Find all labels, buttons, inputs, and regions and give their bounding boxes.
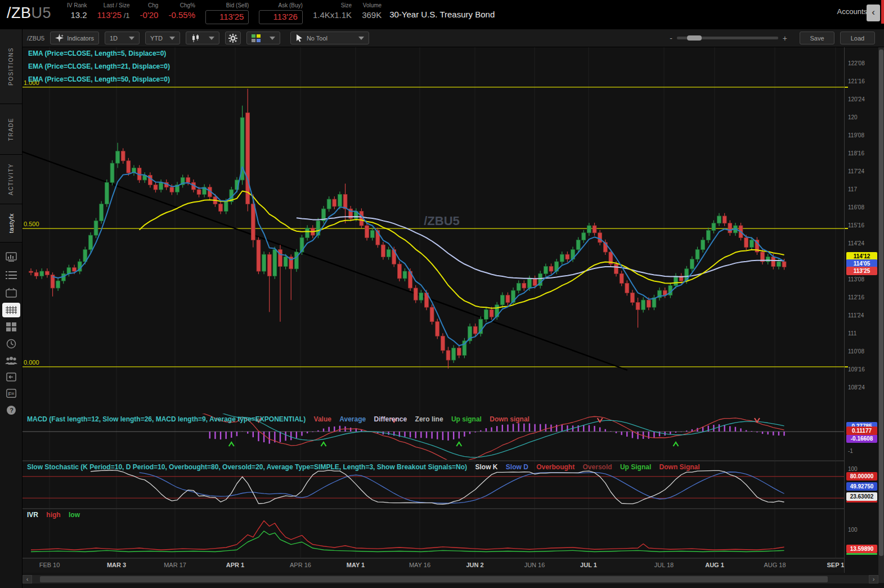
candle-body <box>262 254 266 271</box>
candle-body <box>473 326 477 334</box>
candle-body <box>712 223 716 231</box>
candle-body <box>452 348 456 360</box>
drawing-tool-dropdown[interactable]: No Tool <box>290 32 369 44</box>
candle-body <box>127 161 131 173</box>
fib-tick <box>845 87 848 88</box>
range-dropdown[interactable]: YTD <box>145 32 180 44</box>
ema5-label: EMA (Price=CLOSE, Length=5, Displace=0) <box>28 50 170 57</box>
symbol-block: /ZBU5 <box>0 0 57 22</box>
zoom-in-button[interactable]: + <box>778 34 792 43</box>
date-tick: APR 16 <box>278 562 323 568</box>
macd-panel[interactable]: MACD (Fast length=12, Slow length=26, MA… <box>23 414 844 460</box>
macd-axis-tick: -1 <box>848 448 853 454</box>
candle-body <box>370 231 374 238</box>
ask-button[interactable]: 113'26 <box>259 10 302 24</box>
macd-histogram-bar <box>410 432 411 438</box>
stoch-oversold-strip <box>846 501 877 502</box>
chart-type-dropdown[interactable] <box>186 32 219 44</box>
quote-preview-icon[interactable] <box>2 250 20 264</box>
stoch-k-bubble: 23.63002 <box>846 492 877 501</box>
stoch-legend-down-signal: Down Signal <box>659 463 700 471</box>
macd-histogram-bar <box>740 428 741 432</box>
date-tick: APR 1 <box>213 562 258 568</box>
ema5-line <box>53 167 784 345</box>
date-tick: AUG 1 <box>692 562 737 568</box>
macd-histogram-bar <box>214 432 216 439</box>
candle-body <box>782 262 786 267</box>
video-player-icon[interactable] <box>2 286 20 300</box>
save-button[interactable]: Save <box>800 32 834 44</box>
sidebar-tab-trade[interactable]: TRADE <box>0 104 22 155</box>
scroll-track[interactable] <box>32 575 869 583</box>
macd-histogram-bar <box>675 432 676 433</box>
zoom-slider-thumb[interactable] <box>687 35 702 41</box>
macd-legend-zeroline: Zero line <box>415 415 443 423</box>
history-clock-icon[interactable] <box>2 336 20 351</box>
macd-histogram-bar <box>236 432 237 436</box>
sidebar-tab-positions[interactable]: POSITIONS <box>0 29 22 104</box>
macd-histogram-bar <box>670 432 671 434</box>
collapse-panel-button[interactable]: ‹ <box>867 5 880 21</box>
date-tick: JUL 1 <box>566 562 611 568</box>
load-button[interactable]: Load <box>840 32 875 44</box>
watchlist-icon[interactable] <box>2 268 20 282</box>
help-icon[interactable]: ? <box>2 403 20 418</box>
zoom-control: - + <box>665 34 792 43</box>
candle-body <box>490 309 493 317</box>
candle-body <box>116 151 120 163</box>
macd-histogram-bar <box>735 427 736 432</box>
candle-body <box>56 281 60 288</box>
chevron-down-icon <box>270 37 275 40</box>
macd-legend-average: Average <box>339 415 366 423</box>
zoom-out-button[interactable]: - <box>665 34 677 43</box>
candle-body <box>750 240 753 248</box>
price-axis[interactable]: 114'12 114'05 113'25 0.27785 0.11177 -0.… <box>844 47 878 573</box>
calendar-icon[interactable] <box>2 369 20 384</box>
macd-histogram-bar <box>469 432 470 434</box>
candle-body <box>89 235 93 250</box>
grid-dashboard-icon[interactable] <box>2 320 20 334</box>
sidebar-tab-activity[interactable]: ACTIVITY <box>0 155 22 204</box>
price-tick: 111'24 <box>848 312 864 318</box>
macd-histogram-bar <box>269 432 270 444</box>
layout-grid-dropdown[interactable] <box>246 32 280 44</box>
follow-traders-icon[interactable] <box>2 353 20 368</box>
stochastic-panel[interactable]: Slow Stochastic (K Period=10, D Period=1… <box>23 461 844 508</box>
zoom-slider[interactable] <box>677 37 778 39</box>
macd-histogram-bar <box>328 427 329 432</box>
chart-module: /ZBU5 Indicators 1D YTD No Tool <box>23 29 884 588</box>
bid-button[interactable]: 113'25 <box>205 10 249 24</box>
alert-edge-strip <box>881 0 884 24</box>
scroll-left-button[interactable]: ‹ <box>23 575 32 583</box>
macd-histogram-bar <box>778 432 779 436</box>
vertical-scroll-thumb[interactable] <box>879 50 883 556</box>
indicators-button[interactable]: Indicators <box>50 32 99 44</box>
candle-body <box>766 257 770 262</box>
symbol-expiry: U5 <box>32 5 52 21</box>
candle-body <box>100 204 104 221</box>
chart-tool-icon[interactable] <box>2 303 20 317</box>
chart-settings-button[interactable] <box>225 32 241 44</box>
svg-text:F=: F= <box>8 391 15 397</box>
macd-histogram-bar <box>756 432 757 432</box>
futures-fe-icon[interactable]: F= <box>2 386 20 401</box>
scroll-thumb[interactable] <box>40 576 828 582</box>
candle-body <box>170 187 174 192</box>
sidebar-tab-tastyfx[interactable]: tastyfx <box>0 204 22 243</box>
macd-legend-down-signal: Down signal <box>490 415 529 423</box>
macd-histogram-bar <box>404 432 405 437</box>
macd-histogram-bar <box>459 432 460 438</box>
scroll-right-button[interactable]: › <box>869 575 878 583</box>
ema21-label: EMA (Price=CLOSE, Length=21, Displace=0) <box>28 62 170 70</box>
macd-histogram-bar <box>350 428 351 432</box>
last-price-bubble: 113'25 <box>846 267 877 275</box>
candlestick-type-icon <box>191 34 200 42</box>
horizontal-scrollbar[interactable]: ‹ › <box>23 575 878 583</box>
ivr-panel[interactable]: IVR high low <box>23 509 844 559</box>
candle-body <box>94 221 98 235</box>
price-tick: 112'16 <box>848 294 864 300</box>
timeframe-dropdown[interactable]: 1D <box>105 32 140 44</box>
stoch-legend-up-signal: Up Signal <box>620 463 651 471</box>
vertical-scrollbar[interactable] <box>878 47 884 583</box>
price-panel[interactable]: 1.0000.5000.000/ZBU5 EMA (Price=CLOSE, L… <box>23 47 844 414</box>
